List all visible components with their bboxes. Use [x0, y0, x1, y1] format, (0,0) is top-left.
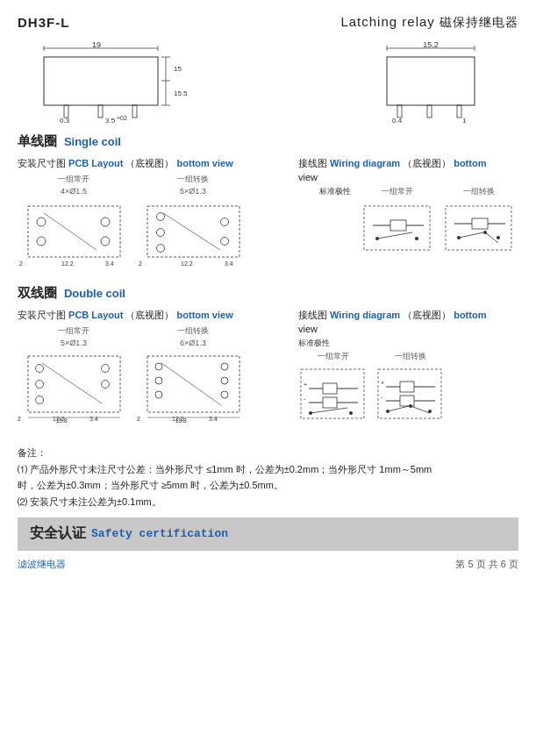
svg-point-67 [102, 365, 110, 373]
svg-point-29 [37, 237, 46, 246]
svg-point-68 [102, 381, 110, 389]
svg-text:2: 2 [18, 416, 21, 422]
single-coil-pcb-diagrams: 一组常开 4×Ø1.5 2 [18, 174, 289, 267]
single-coil-title-en: Single coil [64, 135, 121, 148]
svg-rect-0 [44, 57, 158, 105]
double-wiring-view2: view [298, 324, 518, 334]
single-coil-section: 单线圈 Single coil 安装尺寸图 PCB Layout （底视图） b… [18, 133, 518, 276]
single-coil-title-cn: 单线圈 [18, 133, 57, 148]
svg-rect-13 [132, 105, 137, 118]
double-wiring-d1-cap: 一组常开 [318, 351, 349, 362]
wiring-diagram2: 一组转换 [441, 186, 516, 260]
single-coil-pcb-d2-caption: 一组转换 [177, 174, 209, 185]
double-pcb-label-paren: （底视图） [125, 310, 174, 320]
footer-left: 滤波继电器 [18, 558, 66, 571]
svg-line-32 [44, 213, 96, 250]
notes-title: 备注： [18, 447, 46, 458]
svg-point-77 [155, 377, 162, 384]
svg-point-38 [157, 229, 165, 237]
svg-rect-46 [364, 206, 430, 250]
single-coil-pcb-diagram1: 一组常开 4×Ø1.5 2 [18, 174, 130, 267]
single-coil-layout: 安装尺寸图 PCB Layout （底视图） bottom view 一组常开 … [18, 153, 518, 276]
double-wiring-pair: 一组常开 [298, 351, 446, 427]
double-wiring-label-paren: （底视图） [403, 310, 451, 320]
double-pcb-d1-sub: 5×Ø1.3 [61, 339, 87, 347]
double-wiring-svg-1: + - [298, 364, 368, 427]
single-coil-wiring-diagrams: 标准极性 一组常开 [298, 186, 518, 260]
double-pcb-d2-sub: 6×Ø1.3 [180, 339, 206, 347]
double-coil-wiring-label: 接线图 Wiring diagram （底视图） bottom [298, 309, 518, 322]
svg-point-78 [155, 391, 162, 398]
svg-rect-48 [390, 220, 406, 231]
svg-point-39 [157, 245, 165, 253]
svg-line-62 [485, 232, 498, 243]
svg-point-30 [101, 218, 110, 226]
dimension-diagrams: 19 15 15.5 0.3 3.5 +02 [18, 41, 518, 125]
footer-right: 第 5 页 共 6 页 [455, 558, 518, 571]
double-wiring-d2-cap: 一组转换 [395, 351, 426, 362]
double-coil-pcb-label: 安装尺寸图 PCB Layout （底视图） bottom view [18, 309, 289, 322]
svg-text:+: + [381, 380, 384, 386]
wiring-diagrams-inner: 一组常开 [360, 186, 516, 260]
double-wiring-label-cn: 接线图 [298, 310, 327, 320]
svg-rect-56 [472, 218, 488, 229]
double-coil-section: 双线圈 Double coil 安装尺寸图 PCB Layout （底视图） b… [18, 285, 518, 432]
double-pcb-diagram2: 一组转换 6×Ø1.3 2 12.2 [137, 325, 249, 424]
double-pcb-label-cn: 安装尺寸图 [18, 310, 66, 320]
svg-rect-93 [323, 397, 337, 408]
svg-text:12.2: 12.2 [181, 260, 193, 267]
double-pcb-label-en: PCB Layout [68, 310, 123, 320]
double-pcb-svg-2: 2 12.2 3.4 13.8 [137, 349, 249, 424]
svg-point-37 [157, 213, 165, 221]
svg-text:2: 2 [19, 260, 23, 267]
svg-rect-36 [147, 206, 239, 257]
svg-point-81 [221, 391, 228, 398]
wiring-caption1: 标准极性 [319, 187, 351, 196]
wiring-svg-1 [360, 199, 434, 260]
svg-point-80 [221, 377, 228, 384]
svg-text:12.2: 12.2 [61, 260, 74, 267]
svg-rect-11 [64, 105, 68, 118]
single-coil-pcb-d1-sub: 4×Ø1.5 [61, 187, 87, 196]
safety-title-cn: 安全认证 [30, 524, 86, 543]
svg-text:3.4: 3.4 [105, 260, 114, 267]
svg-line-97 [311, 408, 347, 413]
svg-line-69 [42, 363, 102, 403]
svg-line-82 [161, 363, 221, 405]
svg-rect-12 [98, 105, 103, 118]
svg-text:2: 2 [139, 260, 142, 267]
header-model: DH3F-L [18, 15, 69, 30]
wiring-label-view: bottom [454, 158, 486, 168]
svg-rect-23 [427, 105, 432, 118]
svg-rect-102 [400, 382, 414, 392]
double-pcb-d2-caption: 一组转换 [177, 325, 209, 337]
wiring-d2-cap: 一组转换 [463, 186, 495, 197]
double-wiring-inner: 标准极性 一组常开 [298, 338, 446, 427]
svg-point-64 [36, 365, 44, 373]
pcb-label-view: bottom view [177, 158, 233, 168]
wiring-label-paren: （底视图） [403, 158, 451, 168]
svg-point-31 [101, 237, 110, 246]
single-coil-wiring-label: 接线图 Wiring diagram （底视图） bottom [298, 157, 518, 170]
double-wiring-label-view2: bottom [454, 310, 486, 320]
svg-line-110 [388, 406, 409, 411]
svg-text:13.8: 13.8 [175, 417, 187, 424]
svg-text:3.4: 3.4 [225, 260, 233, 267]
double-coil-wiring: 接线图 Wiring diagram （底视图） bottom view 标准极… [298, 305, 518, 432]
header-title: Latching relay 磁保持继电器 [340, 14, 518, 31]
double-coil-layout: 安装尺寸图 PCB Layout （底视图） bottom view 一组常开 … [18, 305, 518, 432]
double-wiring-diagrams: 标准极性 一组常开 [298, 338, 518, 427]
wiring-std-label: 标准极性 [298, 186, 351, 197]
svg-text:-: - [304, 396, 306, 402]
single-coil-pcb-d2-sub: 5×Ø1.3 [180, 187, 206, 196]
svg-rect-105 [400, 396, 414, 406]
single-coil-pcb-d1-caption: 一组常开 [58, 174, 89, 185]
dimension-diagram-right: 15.2 0.4 1 [361, 41, 518, 125]
svg-text:1: 1 [462, 117, 467, 125]
svg-point-28 [37, 218, 46, 226]
double-pcb-svg-1: 2 12.2 3.4 15.8 [18, 349, 130, 424]
svg-text:0.3: 0.3 [60, 117, 70, 125]
double-pcb-diagram1: 一组常开 5×Ø1.3 2 12.2 [18, 325, 130, 424]
svg-text:15: 15 [174, 65, 182, 73]
svg-text:0.4: 0.4 [392, 117, 403, 125]
